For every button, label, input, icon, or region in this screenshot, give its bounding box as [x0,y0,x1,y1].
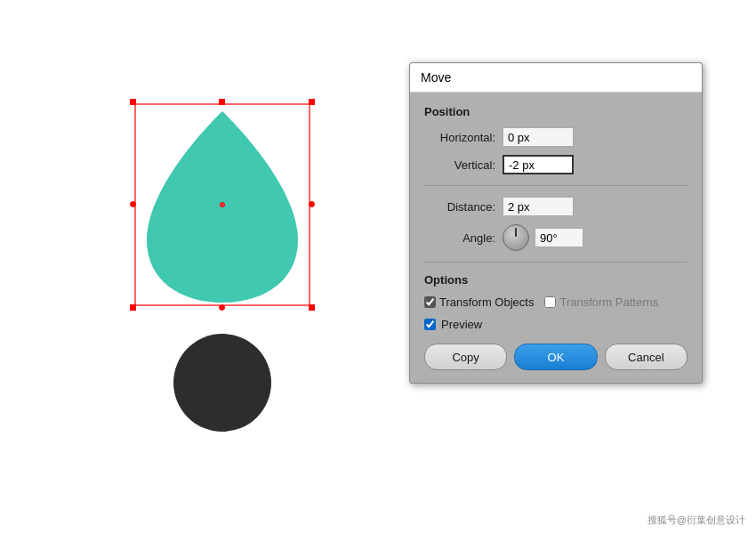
horizontal-input[interactable] [503,127,574,147]
options-row: Transform Objects Transform Patterns [424,295,688,309]
preview-checkbox[interactable] [424,319,436,330]
distance-label: Distance: [424,200,495,214]
copy-button[interactable]: Copy [424,344,507,370]
angle-input[interactable] [535,228,583,247]
preview-label: Preview [441,318,482,331]
angle-row: Angle: [424,224,688,251]
buttons-row: Copy OK Cancel [424,344,688,370]
distance-row: Distance: [424,197,688,216]
dialog-title: Move [421,70,451,85]
angle-label: Angle: [424,231,495,245]
canvas-area [0,0,445,534]
transform-patterns-label[interactable]: Transform Patterns [544,295,658,309]
options-section-label: Options [424,273,688,287]
angle-knob[interactable] [503,224,529,251]
options-section: Options Transform Objects Transform Patt… [424,273,688,309]
vertical-label: Vertical: [424,158,495,172]
vertical-row: Vertical: [424,155,688,174]
move-dialog: Move Position Horizontal: Vertical: Dist… [409,62,703,384]
horizontal-label: Horizontal: [424,131,495,144]
distance-input[interactable] [503,197,574,216]
transform-objects-checkbox[interactable] [424,296,436,308]
horizontal-row: Horizontal: [424,127,688,147]
cancel-button[interactable]: Cancel [605,344,688,370]
watermark: 搜狐号@衍葉创意设计 [647,514,745,527]
position-section-label: Position [424,105,688,118]
preview-row: Preview [424,318,688,331]
vertical-input[interactable] [503,155,574,174]
transform-patterns-checkbox[interactable] [544,296,556,308]
dialog-titlebar: Move [410,63,702,93]
teardrop-object[interactable] [133,102,311,307]
ok-button[interactable]: OK [514,344,597,370]
transform-objects-label[interactable]: Transform Objects [424,295,534,309]
circle-object[interactable] [173,334,271,432]
